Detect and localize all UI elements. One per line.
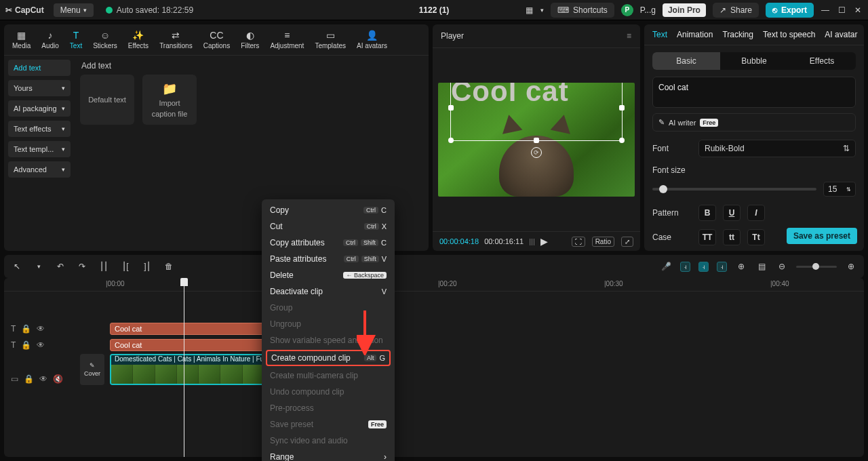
segment-basic[interactable]: Basic [652, 52, 720, 70]
delete-icon[interactable]: 🗑 [163, 260, 175, 273]
avatar[interactable]: P [621, 4, 633, 16]
font-select[interactable]: Rubik-Bold ⇅ [698, 140, 856, 157]
lock-icon[interactable]: 🔒 [24, 374, 34, 384]
inspector-tab-animation[interactable]: Animation [677, 30, 713, 39]
selection-box[interactable]: Cool cat ⟳ [450, 83, 623, 141]
shortcuts-button[interactable]: ⌨ Shortcuts [551, 3, 614, 18]
mute-icon[interactable]: 🔇 [53, 374, 63, 384]
magnet-1-icon[interactable]: ⫞ [680, 262, 690, 272]
sidebar-item-ai-packaging[interactable]: AI packaging▾ [8, 100, 71, 117]
zoom-knob[interactable] [812, 263, 819, 270]
minimize-icon[interactable]: — [821, 5, 830, 15]
close-icon[interactable]: ✕ [853, 5, 863, 15]
join-pro-button[interactable]: Join Pro [663, 3, 706, 17]
play-icon[interactable]: ▶ [540, 236, 548, 247]
handle-ml[interactable] [448, 105, 454, 111]
save-preset-button[interactable]: Save as preset [787, 228, 857, 244]
layout-chevron-icon[interactable]: ▾ [540, 7, 544, 14]
slider-thumb[interactable] [659, 185, 667, 193]
undo-icon[interactable]: ↶ [54, 260, 66, 273]
track-options-icon[interactable]: ▤ [755, 260, 768, 273]
context-delete[interactable]: Delete← Backspace [262, 267, 395, 283]
sidebar-item-text-effects[interactable]: Text effects▾ [8, 121, 71, 137]
library-tab-templates[interactable]: ▭Templates [312, 28, 349, 51]
split-right-icon[interactable]: ]⎮ [141, 260, 153, 273]
rotate-handle[interactable]: ⟳ [531, 147, 542, 158]
eye-icon[interactable]: 👁 [37, 324, 45, 334]
case-title-button[interactable]: Tt [747, 229, 765, 245]
case-lower-button[interactable]: tt [723, 229, 741, 245]
video-clip[interactable]: Domesticated Cats | Cats | Animals In Na… [110, 354, 266, 385]
library-tab-audio[interactable]: ♪Audio [39, 28, 62, 51]
crop-icon[interactable]: ⛶ [572, 237, 585, 247]
fontsize-slider[interactable] [652, 188, 816, 191]
playhead[interactable] [184, 278, 184, 457]
library-tab-text[interactable]: TText [67, 28, 85, 51]
library-tab-media[interactable]: ▦Media [9, 28, 33, 51]
player-body[interactable]: Cool cat ⟳ [433, 48, 640, 231]
magnet-2-icon[interactable]: ⫞ [698, 262, 709, 272]
library-tab-adjustment[interactable]: ≡Adjustment [267, 28, 307, 51]
audio-level-icon[interactable]: ||| [529, 237, 535, 245]
eye-icon[interactable]: 👁 [39, 374, 47, 384]
pointer-chevron-icon[interactable]: ▾ [33, 260, 45, 273]
ai-writer-button[interactable]: ✎ AI writer Free [652, 113, 856, 132]
maximize-icon[interactable]: ☐ [837, 5, 846, 15]
split-left-icon[interactable]: ⎮[ [119, 260, 132, 273]
inspector-tab-tracking[interactable]: Tracking [722, 30, 753, 39]
context-copy[interactable]: CopyCtrlC [262, 202, 395, 218]
zoom-slider[interactable] [796, 266, 837, 268]
redo-icon[interactable]: ↷ [76, 260, 88, 273]
text-content-input[interactable]: Cool cat [652, 77, 856, 108]
sidebar-item-advanced[interactable]: Advanced▾ [8, 161, 71, 178]
layout-icon[interactable]: ▦ [524, 5, 534, 15]
fontsize-input[interactable]: 15 ⇅ [823, 182, 856, 197]
sidebar-item-add-text[interactable]: Add text [8, 60, 71, 76]
card-default-text[interactable]: Default text [80, 75, 134, 125]
sidebar-item-text-templ-[interactable]: Text templ...▾ [8, 141, 71, 157]
zoom-in-icon[interactable]: ⊕ [845, 260, 857, 273]
player-menu-icon[interactable]: ≡ [627, 31, 632, 41]
menu-button[interactable]: Menu ▾ [54, 3, 94, 17]
inspector-tab-ai-avatar[interactable]: AI avatar [825, 30, 857, 39]
lock-icon[interactable]: 🔒 [21, 340, 31, 350]
segment-effects[interactable]: Effects [788, 52, 856, 70]
context-paste-attributes[interactable]: Paste attributesCtrlShiftV [262, 251, 395, 267]
library-tab-effects[interactable]: ✨Effects [125, 28, 151, 51]
pointer-tool-icon[interactable]: ↖ [11, 260, 23, 273]
handle-mb[interactable] [534, 138, 539, 143]
library-tab-stickers[interactable]: ☺Stickers [90, 28, 120, 51]
cover-button[interactable]: ✎ Cover [80, 354, 104, 385]
mic-icon[interactable]: 🎤 [660, 260, 672, 273]
text-clip-2[interactable]: Cool cat [110, 339, 266, 351]
segment-bubble[interactable]: Bubble [720, 52, 788, 70]
library-tab-filters[interactable]: ◐Filters [238, 28, 262, 51]
context-cut[interactable]: CutCtrlX [262, 218, 395, 235]
handle-bl[interactable] [448, 138, 454, 143]
context-deactivate-clip[interactable]: Deactivate clipV [262, 283, 395, 300]
library-tab-captions[interactable]: CCCaptions [201, 28, 233, 51]
inspector-tab-text-to-speech[interactable]: Text to speech [763, 30, 815, 39]
library-tab-ai-avatars[interactable]: 👤AI avatars [354, 28, 390, 51]
magnet-3-icon[interactable]: ⫞ [717, 262, 727, 272]
stepper-icon[interactable]: ⇅ [846, 186, 851, 193]
library-tab-transitions[interactable]: ⇄Transitions [157, 28, 195, 51]
handle-br[interactable] [619, 138, 625, 143]
underline-button[interactable]: U [723, 205, 741, 221]
text-clip-1[interactable]: Cool cat [110, 323, 266, 335]
lock-icon[interactable]: 🔒 [21, 324, 31, 334]
bold-button[interactable]: B [698, 205, 716, 221]
context-range[interactable]: Range› [262, 449, 395, 461]
italic-button[interactable]: I [747, 205, 765, 221]
fullscreen-icon[interactable]: ⤢ [621, 237, 633, 247]
marker-icon[interactable]: ⊕ [735, 260, 747, 273]
handle-mr[interactable] [619, 105, 625, 111]
ratio-button[interactable]: Ratio [592, 237, 614, 247]
export-button[interactable]: ⎋ Export [766, 3, 814, 18]
zoom-out-icon[interactable]: ⊖ [776, 260, 788, 273]
context-copy-attributes[interactable]: Copy attributesCtrlShiftC [262, 235, 395, 251]
sidebar-item-yours[interactable]: Yours▾ [8, 80, 71, 96]
share-button[interactable]: ↗ Share [713, 3, 759, 18]
case-upper-button[interactable]: TT [698, 229, 716, 245]
timeline-ruler[interactable]: |00:00|00:10|00:20|00:30|00:40 [4, 278, 864, 292]
